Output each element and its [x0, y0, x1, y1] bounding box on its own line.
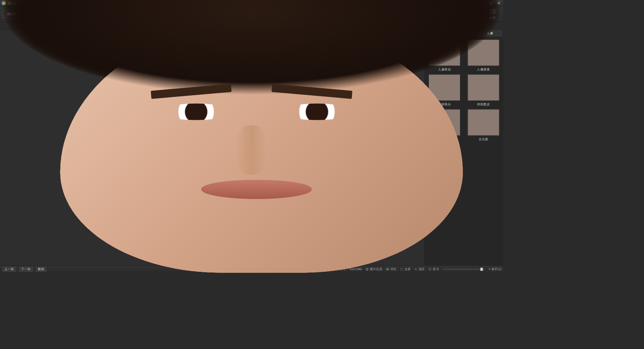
- zoom-handle[interactable]: [480, 267, 483, 270]
- effects-grid: 人像美容人像褪黄局部美白局部磨皮祛斑去红眼: [425, 37, 503, 144]
- side-panel: 全部胶片人像 人像美容人像褪黄局部美白局部磨皮祛斑去红眼: [425, 30, 503, 265]
- zoom-slider[interactable]: [443, 268, 485, 269]
- effect-thumbnail: [468, 109, 499, 136]
- main-area: 全部胶片人像 人像美容人像褪黄局部美白局部磨皮祛斑去红眼: [0, 30, 503, 265]
- effect-item[interactable]: 去红眼: [466, 109, 501, 142]
